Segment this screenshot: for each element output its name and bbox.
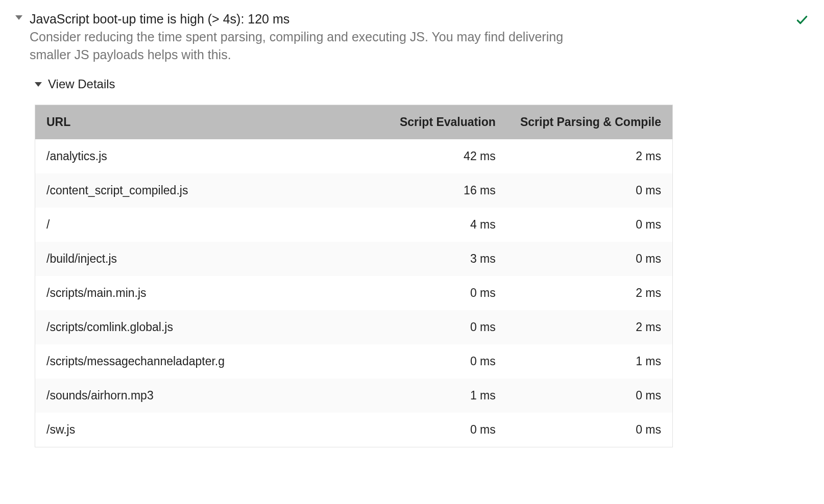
cell-eval: 0 ms bbox=[341, 413, 507, 447]
cell-eval: 4 ms bbox=[341, 208, 507, 242]
cell-parse: 0 ms bbox=[507, 379, 673, 413]
cell-eval: 3 ms bbox=[341, 242, 507, 276]
cell-eval: 0 ms bbox=[341, 344, 507, 379]
audit-description: Consider reducing the time spent parsing… bbox=[30, 28, 591, 64]
cell-parse: 2 ms bbox=[507, 310, 673, 344]
details-toggle[interactable]: View Details bbox=[35, 77, 809, 91]
cell-url: / bbox=[35, 208, 342, 242]
cell-url: /analytics.js bbox=[35, 139, 342, 173]
audit-header-row: JavaScript boot-up time is high (> 4s): … bbox=[15, 10, 809, 64]
audit-title: JavaScript boot-up time is high (> 4s): … bbox=[30, 10, 785, 28]
details-section: View Details URL Script Evaluation Scrip… bbox=[35, 77, 809, 447]
table-row: /sw.js0 ms0 ms bbox=[35, 413, 673, 447]
audit-content: JavaScript boot-up time is high (> 4s): … bbox=[30, 10, 785, 64]
cell-eval: 0 ms bbox=[341, 310, 507, 344]
table-header-row: URL Script Evaluation Script Parsing & C… bbox=[35, 105, 673, 140]
cell-url: /scripts/messagechanneladapter.g bbox=[35, 344, 342, 379]
cell-parse: 0 ms bbox=[507, 173, 673, 208]
details-label: View Details bbox=[48, 77, 115, 91]
cell-url: /content_script_compiled.js bbox=[35, 173, 342, 208]
table-row: /4 ms0 ms bbox=[35, 208, 673, 242]
col-header-parse: Script Parsing & Compile bbox=[507, 105, 673, 140]
cell-eval: 16 ms bbox=[341, 173, 507, 208]
expand-toggle-icon[interactable] bbox=[15, 15, 22, 20]
cell-url: /sounds/airhorn.mp3 bbox=[35, 379, 342, 413]
cell-url: /sw.js bbox=[35, 413, 342, 447]
table-row: /scripts/comlink.global.js0 ms2 ms bbox=[35, 310, 673, 344]
col-header-url: URL bbox=[35, 105, 342, 140]
audit-left: JavaScript boot-up time is high (> 4s): … bbox=[15, 10, 785, 64]
cell-eval: 0 ms bbox=[341, 276, 507, 310]
cell-eval: 1 ms bbox=[341, 379, 507, 413]
cell-parse: 1 ms bbox=[507, 344, 673, 379]
table-row: /scripts/main.min.js0 ms2 ms bbox=[35, 276, 673, 310]
table-row: /sounds/airhorn.mp31 ms0 ms bbox=[35, 379, 673, 413]
details-table: URL Script Evaluation Script Parsing & C… bbox=[35, 105, 673, 447]
chevron-down-icon bbox=[35, 82, 42, 87]
table-row: /scripts/messagechanneladapter.g0 ms1 ms bbox=[35, 344, 673, 379]
cell-parse: 2 ms bbox=[507, 139, 673, 173]
cell-parse: 0 ms bbox=[507, 242, 673, 276]
cell-url: /scripts/comlink.global.js bbox=[35, 310, 342, 344]
cell-url: /scripts/main.min.js bbox=[35, 276, 342, 310]
cell-parse: 0 ms bbox=[507, 208, 673, 242]
cell-url: /build/inject.js bbox=[35, 242, 342, 276]
table-row: /analytics.js42 ms2 ms bbox=[35, 139, 673, 173]
cell-eval: 42 ms bbox=[341, 139, 507, 173]
cell-parse: 2 ms bbox=[507, 276, 673, 310]
col-header-eval: Script Evaluation bbox=[341, 105, 507, 140]
cell-parse: 0 ms bbox=[507, 413, 673, 447]
table-row: /content_script_compiled.js16 ms0 ms bbox=[35, 173, 673, 208]
check-icon bbox=[795, 13, 809, 29]
table-row: /build/inject.js3 ms0 ms bbox=[35, 242, 673, 276]
